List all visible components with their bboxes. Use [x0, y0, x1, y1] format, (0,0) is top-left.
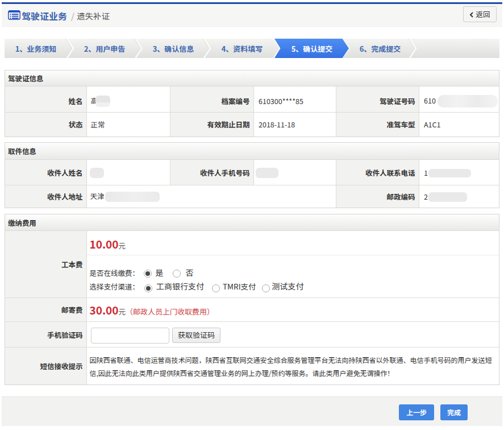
svg-text:3、确认信息: 3、确认信息: [153, 43, 194, 54]
svg-text:5、确认提交: 5、确认提交: [291, 43, 333, 54]
svg-text:4、资料填写: 4、资料填写: [222, 43, 263, 54]
svg-text:2、用户申告: 2、用户申告: [84, 43, 126, 54]
svg-text:6、完成提交: 6、完成提交: [360, 43, 401, 54]
svg-text:1、业务须知: 1、业务须知: [15, 43, 57, 54]
